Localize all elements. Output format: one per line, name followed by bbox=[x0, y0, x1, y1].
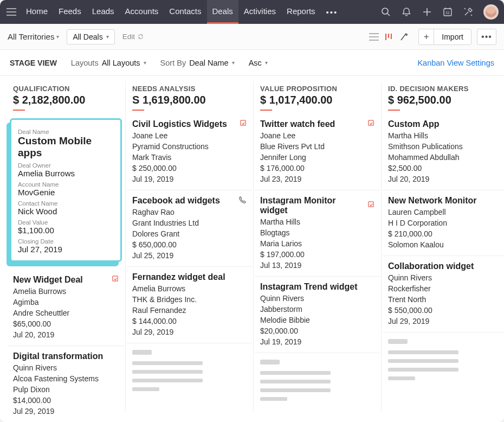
list-view-icon[interactable] bbox=[369, 31, 379, 42]
deal-field: Maria Larios bbox=[260, 239, 374, 248]
sort-by-dropdown[interactable]: Sort By Deal Name ▾ bbox=[160, 59, 235, 67]
sort-label: Sort By bbox=[160, 59, 186, 67]
field-label: Deal Name bbox=[18, 129, 114, 135]
deal-card[interactable]: Fernandez widget deal Amelia BurrowsTHK … bbox=[127, 267, 252, 343]
more-actions-button[interactable]: ••• bbox=[477, 29, 496, 45]
nav-item-deals[interactable]: Deals bbox=[207, 0, 238, 24]
deal-field: H I D Corporation bbox=[388, 219, 503, 227]
nav-more[interactable]: ••• bbox=[321, 8, 344, 17]
search-icon[interactable] bbox=[380, 7, 391, 17]
calendar-icon[interactable]: 31 bbox=[442, 7, 453, 17]
column-header: QUALIFICATION $ 2,182,800.00 bbox=[8, 81, 124, 114]
field-label: Deal Owner bbox=[18, 162, 114, 169]
column-amount: S 1,619,800.00 bbox=[132, 94, 247, 106]
column-underline bbox=[260, 110, 272, 111]
deal-title: Instagram Monitor widget bbox=[260, 196, 364, 215]
deal-card[interactable]: New Network Monitor Lauren CampbellH I D… bbox=[383, 190, 504, 256]
deal-field: Raghav Rao bbox=[132, 208, 247, 216]
deal-field: Trent North bbox=[388, 295, 503, 304]
deal-card[interactable]: Facebook ad widgets Raghav RaoGrant Indu… bbox=[127, 190, 252, 267]
nav-item-leads[interactable]: Leads bbox=[87, 0, 120, 24]
field-label: Contact Name bbox=[18, 200, 114, 207]
tools-icon[interactable] bbox=[463, 7, 474, 17]
deal-card[interactable]: New Widget Deal Amelia BurrowsAgimbaAndr… bbox=[8, 270, 124, 346]
deal-field: Jul 25, 2019 bbox=[132, 251, 247, 260]
deal-field: Jul 29, 2019 bbox=[13, 407, 119, 415]
column-amount: $ 1,017,400.00 bbox=[260, 94, 374, 106]
column-amount: $ 2,182,800.00 bbox=[13, 94, 119, 106]
deal-detail-card[interactable]: Deal Name Custom Mobile apps Deal Owner … bbox=[10, 118, 122, 262]
deal-card[interactable]: Instagram Trend widget Quinn RiversJabbe… bbox=[255, 277, 380, 353]
deal-field: Jul 23, 2019 bbox=[260, 175, 374, 183]
deal-field: Pulp Dixon bbox=[13, 385, 119, 394]
nav-item-reports[interactable]: Reports bbox=[281, 0, 321, 24]
deal-field: $ 550,000.00 bbox=[388, 306, 503, 315]
nav-items: HomeFeedsLeadsAccountsContactsDealsActiv… bbox=[21, 0, 321, 24]
field-value: Custom Mobile apps bbox=[18, 135, 114, 159]
deal-field: $14,000.00 bbox=[13, 396, 119, 405]
deal-title: Facebook ad widgets bbox=[132, 196, 220, 206]
field-value: $1,100.00 bbox=[18, 226, 114, 235]
skeleton-card bbox=[383, 333, 504, 391]
deal-card[interactable]: Instagram Monitor widget Martha HillsBlo… bbox=[255, 190, 380, 277]
kanban-column: NEEDS ANALYSIS S 1,619,800.00 Civil Logi… bbox=[126, 81, 254, 411]
deal-card[interactable]: Custom App Martha HillsSmithson Publicat… bbox=[383, 114, 504, 190]
deal-card[interactable]: Collaboration widget Quinn RiversRockerf… bbox=[383, 256, 504, 333]
deal-field: $ 210,000.00 bbox=[388, 229, 503, 238]
nav-item-contacts[interactable]: Contacts bbox=[164, 0, 206, 24]
sort-value: Deal Name bbox=[189, 59, 229, 67]
deal-field: Quinn Rivers bbox=[260, 294, 374, 303]
chevron-down-icon: ▾ bbox=[106, 34, 109, 40]
skeleton-card bbox=[127, 343, 252, 401]
nav-item-accounts[interactable]: Accounts bbox=[120, 0, 164, 24]
sort-dir-dropdown[interactable]: Asc ▾ bbox=[249, 59, 268, 67]
deal-field: Quinn Rivers bbox=[13, 363, 119, 372]
plus-icon[interactable] bbox=[422, 7, 432, 17]
svg-point-0 bbox=[382, 8, 388, 14]
import-label: Import bbox=[434, 33, 471, 41]
deal-field: $ 144,000.00 bbox=[132, 317, 247, 325]
field-label: Deal Value bbox=[18, 219, 114, 226]
chevron-down-icon: ▾ bbox=[144, 60, 146, 66]
territory-dropdown[interactable]: All Territories ▾ bbox=[8, 32, 59, 41]
field-label: Account Name bbox=[18, 181, 114, 188]
deal-field: THK & Bridges Inc. bbox=[132, 295, 247, 304]
deal-field: Jul 29, 2019 bbox=[132, 328, 247, 336]
stagebar: STAGE VIEW Layouts All Layouts ▾ Sort By… bbox=[0, 50, 504, 76]
bell-icon[interactable] bbox=[401, 7, 412, 17]
flag-icon bbox=[367, 120, 374, 129]
deal-card[interactable]: Digital transformation Quinn RiversAlcoa… bbox=[8, 346, 124, 422]
deal-field: Blue Rivers Pvt Ltd bbox=[260, 142, 374, 151]
import-button[interactable]: + Import bbox=[418, 29, 471, 45]
nav-item-activities[interactable]: Activities bbox=[238, 0, 281, 24]
flag-icon bbox=[112, 276, 119, 284]
deal-field: Lauren Campbell bbox=[388, 208, 503, 216]
territory-label: All Territories bbox=[8, 32, 54, 41]
column-title: NEEDS ANALYSIS bbox=[132, 85, 247, 93]
deal-field: Quinn Rivers bbox=[388, 273, 503, 282]
menu-icon[interactable] bbox=[5, 6, 17, 18]
phone-icon bbox=[238, 196, 247, 206]
deal-field: $ 197,000.00 bbox=[260, 250, 374, 259]
nav-right: 31 bbox=[380, 4, 499, 20]
kanban-view-icon[interactable] bbox=[384, 31, 395, 42]
avatar[interactable] bbox=[483, 4, 499, 20]
deal-card[interactable]: Twitter watch feed Joane LeeBlue Rivers … bbox=[255, 114, 380, 190]
column-underline bbox=[13, 110, 25, 111]
deal-card[interactable]: Civil Logistics Widgets Joane LeePyramid… bbox=[127, 114, 252, 190]
kanban-column: ID. DECISION MAKERS $ 962,500.00 Custom … bbox=[382, 81, 504, 411]
deal-field: Alcoa Fastening Systems bbox=[13, 374, 119, 383]
kanban-settings-link[interactable]: Kanban View Settings bbox=[417, 59, 494, 67]
deal-field: Jul 20, 2019 bbox=[13, 330, 119, 339]
field-value: Amelia Burrows bbox=[18, 169, 114, 178]
nav-item-home[interactable]: Home bbox=[21, 0, 53, 24]
deal-field: $65,000.00 bbox=[13, 319, 119, 328]
column-header: ID. DECISION MAKERS $ 962,500.00 bbox=[383, 81, 504, 114]
canvas-view-icon[interactable] bbox=[399, 31, 410, 42]
deal-title: Digital transformation bbox=[13, 351, 103, 361]
view-dropdown[interactable]: All Deals ▾ bbox=[67, 29, 114, 44]
edit-link[interactable]: Edit bbox=[122, 33, 144, 41]
deal-field: $ 650,000.00 bbox=[132, 240, 247, 249]
nav-item-feeds[interactable]: Feeds bbox=[53, 0, 87, 24]
layouts-dropdown[interactable]: Layouts All Layouts ▾ bbox=[71, 59, 146, 67]
